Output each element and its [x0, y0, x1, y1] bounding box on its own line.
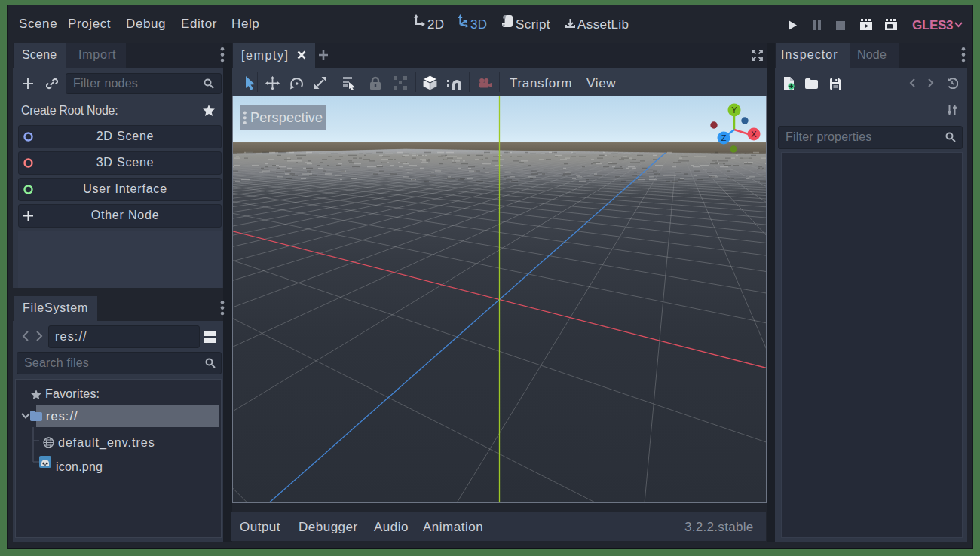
svg-text:Z: Z [721, 133, 727, 142]
svg-text:X: X [751, 130, 757, 139]
svg-text:Y: Y [731, 105, 737, 115]
